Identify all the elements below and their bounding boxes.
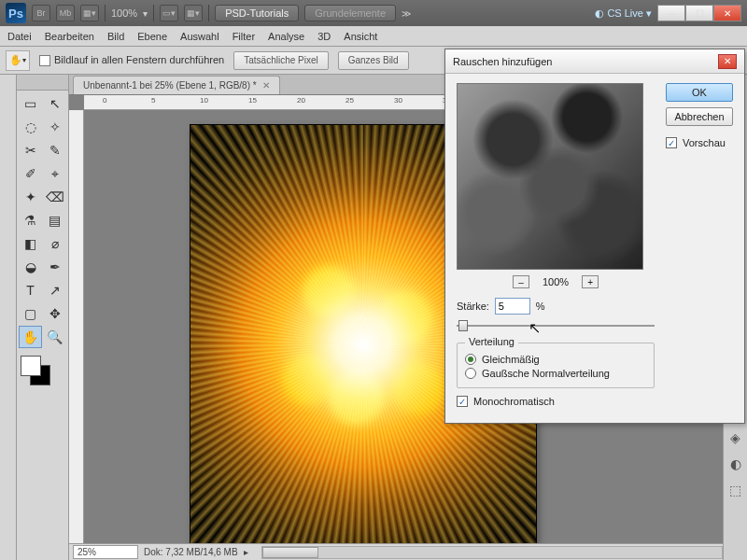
workspace-more-icon[interactable]: ≫ [402,8,411,19]
tool-wand[interactable]: ✧ [43,116,66,138]
tool-shape[interactable]: ↗ [43,279,66,301]
radio-uniform[interactable]: Gleichmäßig [465,354,646,365]
tool-crop[interactable]: ✂ [19,139,42,161]
amount-slider[interactable] [457,318,655,333]
distribution-group: Verteilung Gleichmäßig Gaußsche Normalve… [457,343,655,388]
tool-brush[interactable]: ⌖ [43,162,66,185]
extras-icon[interactable]: ▦▾ [184,5,203,21]
add-noise-dialog: Rauschen hinzufügen ✕ – 100% + Stärke: %… [444,49,745,424]
tool-eraser[interactable]: ⚗ [19,209,42,231]
left-dock-stub[interactable] [0,75,17,560]
layers-icon[interactable]: ◈ [727,429,744,446]
tool-move[interactable]: ▭ [19,92,42,115]
tool-path[interactable]: T [19,279,42,301]
amount-unit: % [536,301,545,312]
current-tool-icon[interactable]: ✋▾ [6,50,30,71]
color-swatches[interactable] [21,356,64,389]
scroll-all-checkbox[interactable]: Bildlauf in allen Fenstern durchführen [39,54,224,66]
menu-ebene[interactable]: Ebene [137,31,167,42]
window-minimize[interactable]: — [657,5,685,21]
zoom-out-button[interactable]: – [513,275,529,288]
tool-3d[interactable]: ▢ [19,302,42,325]
zoom-field[interactable]: 25% [73,545,138,559]
tool-gradient[interactable]: ▤ [43,209,66,231]
tool-dodge[interactable]: ⌀ [43,232,66,255]
cancel-button[interactable]: Abbrechen [666,107,733,126]
preview-checkbox[interactable]: ✓Vorschau [666,137,733,148]
tool-3drotate[interactable]: ✥ [43,302,66,325]
document-tab-close-icon[interactable]: ✕ [262,80,270,91]
tool-zoom[interactable]: 🔍 [43,326,66,348]
menu-3d[interactable]: 3D [317,31,331,42]
dialog-close-icon[interactable]: ✕ [718,54,737,69]
amount-input[interactable] [495,298,530,315]
window-close[interactable]: ✕ [713,5,741,21]
zoom-display[interactable]: 100% [111,7,137,19]
menubar: Datei Bearbeiten Bild Ebene Auswahl Filt… [0,26,747,47]
radio-gaussian[interactable]: Gaußsche Normalverteilung [465,368,646,379]
tool-lasso[interactable]: ◌ [19,116,42,138]
app-titlebar: Ps Br Mb ▦▾ 100%▾ ▭▾ ▦▾ PSD-Tutorials Gr… [0,0,747,26]
tool-stamp[interactable]: ✦ [19,186,42,208]
menu-ansicht[interactable]: Ansicht [344,31,377,42]
monochromatic-checkbox[interactable]: ✓Monochromatisch [457,396,655,407]
adjustments-icon[interactable]: ◐ [727,455,744,472]
actual-pixels-button[interactable]: Tatsächliche Pixel [233,51,328,70]
tool-type[interactable]: ✒ [43,256,66,278]
tool-eyedropper[interactable]: ✎ [43,139,66,161]
tool-select[interactable]: ↖ [43,92,66,115]
ok-button[interactable]: OK [666,83,733,102]
cslive-button[interactable]: ◐ CS Live ▾ [595,7,652,20]
arrange-icon[interactable]: ▭▾ [160,5,178,21]
tool-heal[interactable]: ✐ [19,162,42,185]
workspace-button-1[interactable]: PSD-Tutorials [215,5,299,21]
minibridge-icon[interactable]: Mb [56,5,75,21]
window-maximize[interactable]: ☐ [685,5,713,21]
menu-bearbeiten[interactable]: Bearbeiten [45,31,94,42]
doc-size-label: Dok: 7,32 MB/14,6 MB [144,547,238,557]
document-tab-title: Unbenannt-1 bei 25% (Ebene 1, RGB/8) * [83,80,257,91]
noise-preview[interactable] [457,83,643,270]
preview-zoom: 100% [543,276,569,287]
tool-blur[interactable]: ◧ [19,232,42,255]
distribution-legend: Verteilung [465,336,518,347]
workspace-button-2[interactable]: Grundelemente [304,5,396,21]
tools-panel: ▭ ↖ ◌ ✧ ✂ ✎ ✐ ⌖ ✦ ⌫ ⚗ ▤ ◧ ⌀ ◒ ✒ T ↗ ▢ ✥ … [17,75,69,560]
styles-icon[interactable]: ⬚ [727,482,744,498]
menu-datei[interactable]: Datei [7,31,32,42]
status-menu-icon[interactable]: ▸ [244,547,248,557]
document-tab[interactable]: Unbenannt-1 bei 25% (Ebene 1, RGB/8) * ✕ [73,76,280,94]
bridge-icon[interactable]: Br [32,5,50,21]
dialog-title: Rauschen hinzufügen [453,56,712,67]
tool-history[interactable]: ⌫ [43,186,66,208]
ps-logo: Ps [6,3,26,23]
menu-analyse[interactable]: Analyse [268,31,304,42]
screenmode-icon[interactable]: ▦▾ [80,5,99,21]
zoom-in-button[interactable]: + [582,275,599,288]
amount-label: Stärke: [457,301,489,312]
status-bar: 25% Dok: 7,32 MB/14,6 MB ▸ [69,543,723,560]
menu-filter[interactable]: Filter [233,31,255,42]
tool-hand[interactable]: ✋ [19,326,42,348]
foreground-swatch[interactable] [21,356,41,376]
h-scrollbar[interactable] [261,546,723,559]
fit-screen-button[interactable]: Ganzes Bild [338,51,409,70]
menu-auswahl[interactable]: Auswahl [180,31,219,42]
menu-bild[interactable]: Bild [107,31,124,42]
dialog-titlebar[interactable]: Rauschen hinzufügen ✕ [445,49,744,74]
tool-pen[interactable]: ◒ [19,256,42,278]
